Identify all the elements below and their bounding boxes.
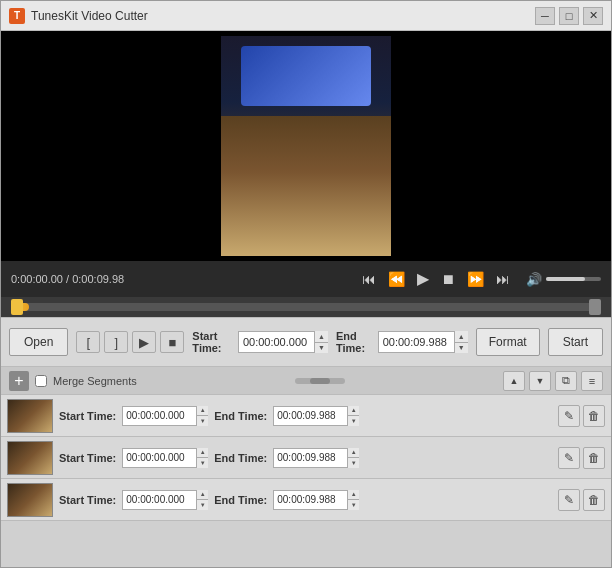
seg-end-up-1[interactable]: ▲: [348, 406, 359, 417]
seg-end-wrap-1: ▲ ▼: [273, 406, 359, 426]
playback-controls: ⏮ ⏪ ▶ ⏹ ⏩ ⏭: [358, 269, 514, 289]
segment-times-1: Start Time: ▲ ▼ End Time: ▲ ▼: [59, 406, 552, 426]
controls-bar: 0:00:00.00 / 0:00:09.98 ⏮ ⏪ ▶ ⏹ ⏩ ⏭ 🔊: [1, 261, 611, 297]
seg-end-down-2[interactable]: ▼: [348, 458, 359, 468]
stop-button[interactable]: ⏹: [437, 270, 459, 288]
scroll-handle: [310, 378, 330, 384]
copy-button[interactable]: ⧉: [555, 371, 577, 391]
seg-actions-2: ✎ 🗑: [558, 447, 605, 469]
list-icon: ≡: [589, 375, 595, 387]
start-time-spinners: ▲ ▼: [314, 331, 328, 353]
seg-end-down-3[interactable]: ▼: [348, 500, 359, 510]
segment-row: Start Time: ▲ ▼ End Time: ▲ ▼ ✎ 🗑: [1, 479, 611, 521]
frame-back-button[interactable]: ⏮: [358, 270, 380, 288]
segment-times-3: Start Time: ▲ ▼ End Time: ▲ ▼: [59, 490, 552, 510]
timeline-handle-right[interactable]: [589, 299, 601, 315]
seg-start-up-1[interactable]: ▲: [197, 406, 208, 417]
seg-edit-button-1[interactable]: ✎: [558, 405, 580, 427]
main-window: T TunesKit Video Cutter ─ □ ✕ 0:00:00.00…: [0, 0, 612, 568]
segments-toolbar: + Merge Segments ▲ ▼ ⧉ ≡: [1, 367, 611, 395]
seg-start-up-3[interactable]: ▲: [197, 490, 208, 501]
format-button[interactable]: Format: [476, 328, 540, 356]
seg-end-up-3[interactable]: ▲: [348, 490, 359, 501]
seg-end-spinners-1: ▲ ▼: [347, 406, 359, 426]
end-time-down[interactable]: ▼: [455, 343, 468, 354]
video-preview: [221, 36, 391, 256]
merge-checkbox[interactable]: [35, 375, 47, 387]
timeline-area: [1, 297, 611, 317]
seg-start-wrap-3: ▲ ▼: [122, 490, 208, 510]
play-button[interactable]: ▶: [413, 269, 433, 289]
timeline-handle-left[interactable]: [11, 299, 23, 315]
segment-thumbnail-2: [7, 441, 53, 475]
seg-start-label-2: Start Time:: [59, 452, 116, 464]
end-time-label: End Time:: [336, 330, 374, 354]
copy-icon: ⧉: [562, 374, 570, 387]
seg-start-label-3: Start Time:: [59, 494, 116, 506]
list-button[interactable]: ≡: [581, 371, 603, 391]
seg-edit-button-3[interactable]: ✎: [558, 489, 580, 511]
mark-out-button[interactable]: ]: [104, 331, 128, 353]
seg-end-label-2: End Time:: [214, 452, 267, 464]
seg-actions-3: ✎ 🗑: [558, 489, 605, 511]
seg-end-down-1[interactable]: ▼: [348, 416, 359, 426]
seg-end-up-2[interactable]: ▲: [348, 448, 359, 459]
merge-label: Merge Segments: [53, 375, 137, 387]
volume-area: 🔊: [526, 272, 601, 287]
start-time-label: Start Time:: [192, 330, 234, 354]
segment-rows-container: Start Time: ▲ ▼ End Time: ▲ ▼ ✎ 🗑: [1, 395, 611, 521]
seg-start-down-3[interactable]: ▼: [197, 500, 208, 510]
seg-start-spinners-3: ▲ ▼: [196, 490, 208, 510]
toolbar-right: ▲ ▼ ⧉ ≡: [503, 371, 603, 391]
forward-button[interactable]: ⏩: [463, 270, 488, 288]
editor-tools: [ ] ▶ ■: [76, 331, 184, 353]
end-time-up[interactable]: ▲: [455, 331, 468, 343]
end-time-group: End Time: ▲ ▼: [336, 330, 468, 354]
back-button[interactable]: ⏪: [384, 270, 409, 288]
seg-delete-button-3[interactable]: 🗑: [583, 489, 605, 511]
segments-scrollbar[interactable]: [295, 378, 345, 384]
chevron-down-button[interactable]: ▼: [529, 371, 551, 391]
seg-start-down-1[interactable]: ▼: [197, 416, 208, 426]
volume-slider[interactable]: [546, 277, 601, 281]
mark-in-button[interactable]: [: [76, 331, 100, 353]
tool-stop-button[interactable]: ■: [160, 331, 184, 353]
seg-edit-button-2[interactable]: ✎: [558, 447, 580, 469]
app-icon: T: [9, 8, 25, 24]
tool-play-button[interactable]: ▶: [132, 331, 156, 353]
video-area: [1, 31, 611, 261]
frame-forward-button[interactable]: ⏭: [492, 270, 514, 288]
chevron-up-button[interactable]: ▲: [503, 371, 525, 391]
start-button[interactable]: Start: [548, 328, 603, 356]
seg-delete-button-2[interactable]: 🗑: [583, 447, 605, 469]
seg-end-label-1: End Time:: [214, 410, 267, 422]
seg-actions-1: ✎ 🗑: [558, 405, 605, 427]
segment-thumbnail-3: [7, 483, 53, 517]
seg-end-spinners-3: ▲ ▼: [347, 490, 359, 510]
seg-start-spinners-2: ▲ ▼: [196, 448, 208, 468]
seg-start-down-2[interactable]: ▼: [197, 458, 208, 468]
chevron-down-icon: ▼: [536, 376, 545, 386]
open-button[interactable]: Open: [9, 328, 68, 356]
seg-end-spinners-2: ▲ ▼: [347, 448, 359, 468]
close-button[interactable]: ✕: [583, 7, 603, 25]
seg-start-wrap-2: ▲ ▼: [122, 448, 208, 468]
end-time-spinners: ▲ ▼: [454, 331, 468, 353]
add-segment-button[interactable]: +: [9, 371, 29, 391]
volume-fill: [546, 277, 585, 281]
app-title: TunesKit Video Cutter: [31, 9, 535, 23]
maximize-button[interactable]: □: [559, 7, 579, 25]
volume-icon: 🔊: [526, 272, 542, 287]
seg-end-label-3: End Time:: [214, 494, 267, 506]
seg-delete-button-1[interactable]: 🗑: [583, 405, 605, 427]
chevron-up-icon: ▲: [510, 376, 519, 386]
timeline-track[interactable]: [11, 303, 601, 311]
segment-row: Start Time: ▲ ▼ End Time: ▲ ▼ ✎ 🗑: [1, 395, 611, 437]
title-bar: T TunesKit Video Cutter ─ □ ✕: [1, 1, 611, 31]
start-time-down[interactable]: ▼: [315, 343, 328, 354]
minimize-button[interactable]: ─: [535, 7, 555, 25]
start-time-up[interactable]: ▲: [315, 331, 328, 343]
seg-start-up-2[interactable]: ▲: [197, 448, 208, 459]
segments-area: + Merge Segments ▲ ▼ ⧉ ≡: [1, 367, 611, 567]
seg-start-label-1: Start Time:: [59, 410, 116, 422]
